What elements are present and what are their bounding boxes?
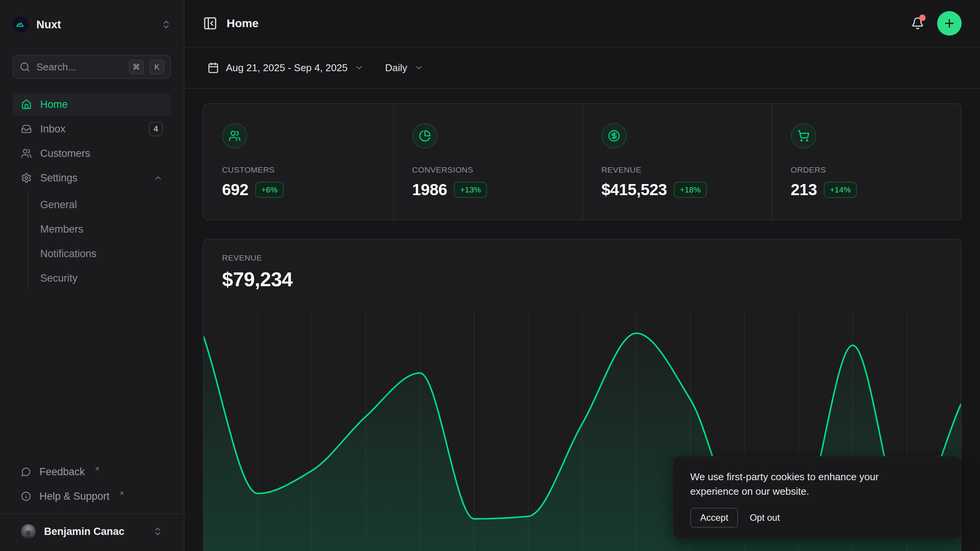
stat-delta-badge: +6% [255,182,284,198]
settings-subnav: General Members Notifications Security [28,194,171,289]
revenue-total: $79,234 [222,268,942,291]
external-link-icon [94,466,100,472]
period-label: Daily [385,62,407,74]
home-icon [21,99,32,110]
kbd-cmd: ⌘ [129,60,144,74]
sidebar-item-label: Home [40,99,68,111]
sidebar-item-security[interactable]: Security [28,267,171,289]
sidebar-item-label: Inbox [40,123,65,135]
page-header: Home [185,0,980,47]
stat-label: CUSTOMERS [222,165,375,174]
filters-toolbar: Aug 21, 2025 - Sep 4, 2025 Daily [185,47,980,89]
calendar-icon [207,62,219,73]
users-icon [222,123,247,148]
chevrons-up-down-icon [161,20,171,29]
sidebar: Nuxt Search... ⌘ K Home [0,0,185,551]
sidebar-item-customers[interactable]: Customers [13,142,171,165]
stat-value: 213 [791,181,817,199]
optout-cookies-button[interactable]: Opt out [750,509,780,527]
notification-dot [919,15,926,21]
inbox-icon [21,124,32,134]
sidebar-item-settings[interactable]: Settings [13,167,171,189]
add-button[interactable] [937,11,962,36]
revenue-label: REVENUE [222,253,942,262]
stat-label: REVENUE [601,165,753,174]
team-name: Nuxt [36,18,154,31]
sidebar-item-members[interactable]: Members [28,218,171,240]
sidebar-item-inbox[interactable]: Inbox 4 [13,118,171,140]
stat-card-orders: ORDERS 213 +14% [772,104,961,220]
sidebar-item-label: Security [40,272,78,284]
search-input[interactable]: Search... ⌘ K [13,55,171,79]
pie-chart-icon [412,123,438,148]
stat-delta-badge: +18% [674,182,707,198]
info-circle-icon [21,491,31,501]
sidebar-item-label: Settings [40,172,78,184]
kbd-k: K [150,60,164,74]
sidebar-nav: Home Inbox 4 Customers Settings [13,93,171,289]
circle-dollar-icon [601,123,627,148]
app-root: Nuxt Search... ⌘ K Home [0,0,980,551]
link-label: Feedback [39,466,85,478]
stat-card-conversions: CONVERSIONS 1986 +13% [393,104,583,220]
stat-card-customers: CUSTOMERS 692 +6% [204,104,393,220]
stat-card-revenue: REVENUE $415,523 +18% [582,104,772,220]
stat-value: $415,523 [601,181,667,199]
stat-label: CONVERSIONS [412,165,564,174]
header-actions [909,11,962,36]
help-support-link[interactable]: Help & Support [13,485,171,507]
sidebar-spacer [0,289,184,461]
sidebar-item-label: Notifications [40,248,96,260]
sidebar-item-notifications[interactable]: Notifications [28,243,171,265]
cookie-actions: Accept Opt out [690,508,944,528]
sidebar-item-home[interactable]: Home [13,93,171,116]
chevron-down-icon [354,63,364,72]
search-icon [20,62,30,72]
stat-delta-badge: +14% [824,182,857,198]
inbox-count-badge: 4 [149,122,163,136]
chevrons-up-down-icon [153,527,163,536]
users-icon [21,148,32,159]
cart-icon [791,123,816,148]
user-section: Benjamin Canac [0,514,184,551]
stats-row: CUSTOMERS 692 +6% CONVERSIONS 1986 +13% [203,103,962,220]
gear-icon [21,173,32,183]
accept-cookies-button[interactable]: Accept [690,508,738,528]
main-panel: Home Aug 21, 2025 - Sep 4, 2025 [185,0,980,551]
sidebar-footer-links: Feedback Help & Support [13,461,171,507]
nuxt-logo-icon [13,16,29,33]
stat-value: 1986 [412,181,447,199]
feedback-link[interactable]: Feedback [13,461,171,483]
sidebar-item-label: Customers [40,148,90,160]
stat-delta-badge: +13% [454,182,487,198]
avatar [21,524,36,539]
cookie-message: We use first-party cookies to enhance yo… [690,469,928,499]
sidebar-item-general[interactable]: General [28,194,171,216]
stat-label: ORDERS [791,165,943,174]
external-link-icon [119,491,124,496]
revenue-chart-header: REVENUE $79,234 [204,240,961,310]
chevron-down-icon [414,63,423,72]
search-placeholder: Search... [36,61,121,73]
page-title: Home [227,17,258,30]
user-menu[interactable]: Benjamin Canac [13,520,171,543]
team-switcher[interactable]: Nuxt [0,0,184,49]
period-select[interactable]: Daily [385,62,423,74]
link-label: Help & Support [39,491,109,502]
date-range-picker[interactable]: Aug 21, 2025 - Sep 4, 2025 [207,62,364,74]
cookie-banner: We use first-party cookies to enhance yo… [673,456,962,539]
chevron-up-icon [154,173,163,183]
notifications-button[interactable] [909,15,926,32]
chat-bubble-icon [21,467,31,477]
user-name: Benjamin Canac [44,526,144,538]
stat-value: 692 [222,181,248,199]
sidebar-item-label: General [40,199,77,211]
date-range-label: Aug 21, 2025 - Sep 4, 2025 [226,62,348,74]
sidebar-item-label: Members [40,223,83,235]
collapse-sidebar-button[interactable] [203,16,217,31]
